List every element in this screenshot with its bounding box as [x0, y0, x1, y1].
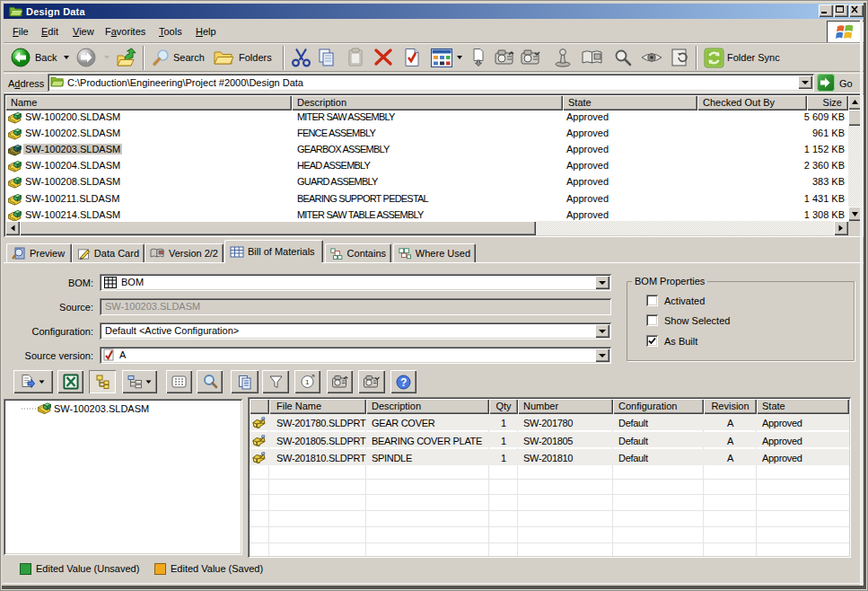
svg-text:?: ? [400, 376, 407, 389]
svg-text:1: 1 [305, 378, 310, 386]
